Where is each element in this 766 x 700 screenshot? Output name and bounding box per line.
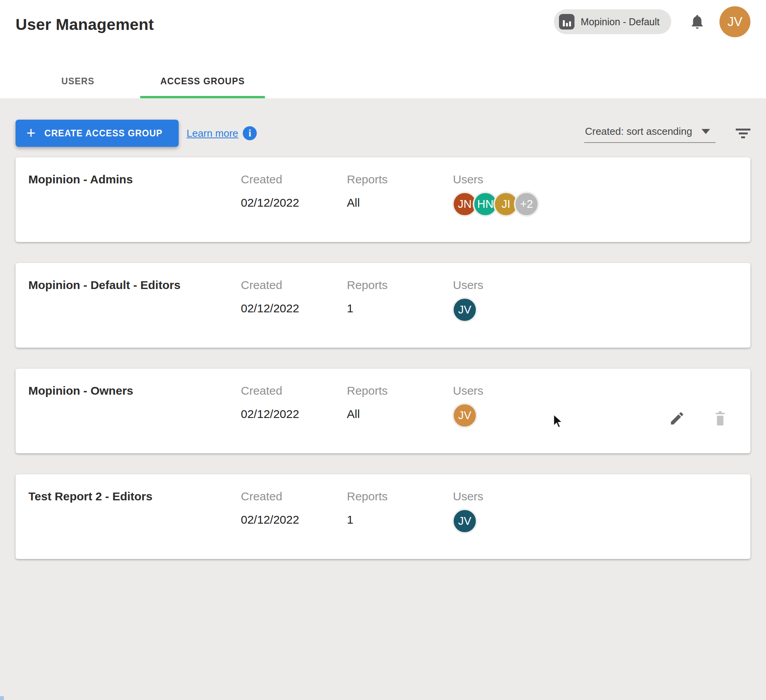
reports-value: All [347, 407, 388, 421]
filter-icon[interactable] [736, 129, 750, 138]
create-access-group-button[interactable]: + CREATE ACCESS GROUP [16, 120, 179, 147]
users-column: UsersJNHNJI+2 [453, 173, 539, 217]
reports-label: Reports [347, 279, 388, 292]
created-value: 02/12/2022 [241, 196, 299, 209]
reports-label: Reports [347, 490, 388, 503]
created-label: Created [241, 490, 299, 503]
access-group-card[interactable]: Mopinion - OwnersCreated02/12/2022Report… [16, 369, 750, 453]
member-avatar[interactable]: JV [452, 297, 477, 322]
users-column: UsersJV [453, 279, 483, 322]
access-group-card[interactable]: Test Report 2 - EditorsCreated02/12/2022… [16, 474, 750, 559]
created-column: Created02/12/2022 [241, 490, 299, 526]
corner-decoration [0, 696, 4, 700]
user-avatar[interactable]: JV [719, 6, 750, 37]
notifications-bell-icon[interactable] [690, 14, 705, 30]
sort-dropdown[interactable]: Created: sort ascending [584, 124, 716, 143]
tab-access-groups[interactable]: ACCESS GROUPS [140, 76, 265, 98]
user-avatar-group: JV [452, 508, 483, 534]
page-header: User Management Mopinion - Default JV US… [0, 0, 766, 98]
tab-bar: USERS ACCESS GROUPS [16, 76, 265, 98]
reports-column: Reports1 [347, 490, 388, 526]
tab-users[interactable]: USERS [16, 76, 140, 98]
users-column: UsersJV [453, 384, 483, 428]
reports-column: Reports1 [347, 279, 388, 315]
bar-chart-icon [559, 14, 574, 30]
reports-value: 1 [347, 302, 388, 315]
created-label: Created [241, 173, 299, 186]
reports-label: Reports [347, 384, 388, 397]
created-label: Created [241, 279, 299, 292]
card-actions [669, 410, 728, 427]
group-name: Mopinion - Default - Editors [28, 279, 181, 292]
create-access-group-label: CREATE ACCESS GROUP [44, 128, 162, 139]
learn-more-link[interactable]: Learn more [186, 127, 238, 139]
chevron-down-icon [702, 129, 710, 134]
users-column: UsersJV [453, 490, 483, 534]
user-avatar-group: JNHNJI+2 [452, 192, 539, 217]
group-name: Mopinion - Admins [28, 173, 133, 186]
access-group-card[interactable]: Mopinion - Default - EditorsCreated02/12… [16, 263, 750, 348]
users-label: Users [453, 279, 483, 292]
user-avatar-group: JV [452, 297, 483, 322]
created-label: Created [241, 384, 299, 397]
reports-column: ReportsAll [347, 384, 388, 421]
reports-value: 1 [347, 513, 388, 526]
trash-icon [712, 422, 728, 428]
workspace-name: Mopinion - Default [581, 16, 660, 28]
users-label: Users [453, 173, 539, 186]
header-actions: Mopinion - Default JV [554, 6, 750, 37]
created-column: Created02/12/2022 [241, 384, 299, 421]
workspace-switcher-button[interactable]: Mopinion - Default [554, 9, 671, 34]
created-value: 02/12/2022 [241, 407, 299, 421]
users-label: Users [453, 490, 483, 503]
created-column: Created02/12/2022 [241, 173, 299, 209]
sort-dropdown-value: Created: sort ascending [585, 125, 692, 138]
edit-group-button[interactable] [669, 410, 685, 427]
user-avatar-group: JV [452, 403, 483, 428]
users-label: Users [453, 384, 483, 397]
delete-group-button[interactable] [712, 410, 728, 427]
member-avatar[interactable]: JV [452, 508, 477, 534]
created-value: 02/12/2022 [241, 302, 299, 315]
created-value: 02/12/2022 [241, 513, 299, 526]
member-avatar[interactable]: JV [452, 403, 477, 428]
page-title: User Management [16, 16, 154, 34]
toolbar: + CREATE ACCESS GROUP Learn more i Creat… [16, 120, 750, 147]
reports-column: ReportsAll [347, 173, 388, 209]
access-group-list: Mopinion - AdminsCreated02/12/2022Report… [16, 157, 750, 580]
member-avatar[interactable]: +2 [514, 192, 539, 217]
info-icon[interactable]: i [243, 126, 257, 140]
reports-value: All [347, 196, 388, 209]
created-column: Created02/12/2022 [241, 279, 299, 315]
reports-label: Reports [347, 173, 388, 186]
group-name: Test Report 2 - Editors [28, 490, 152, 503]
access-group-card[interactable]: Mopinion - AdminsCreated02/12/2022Report… [16, 157, 750, 242]
group-name: Mopinion - Owners [28, 384, 133, 397]
pencil-icon [669, 422, 685, 428]
